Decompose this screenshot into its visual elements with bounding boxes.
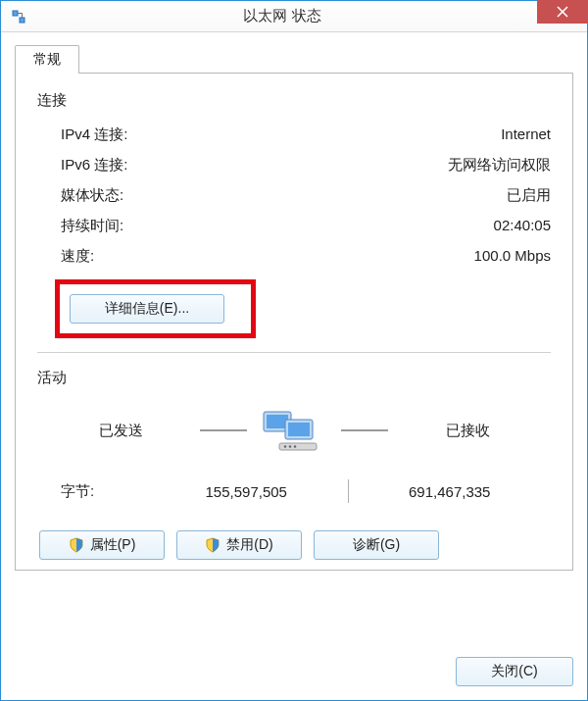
ipv4-label: IPv4 连接:: [61, 125, 127, 144]
details-button-label: 详细信息(E)...: [105, 300, 189, 316]
activity-line-right: [341, 429, 388, 431]
disable-button-label: 禁用(D): [226, 536, 272, 554]
activity-header-row: 已发送: [37, 401, 551, 460]
titlebar: 以太网 状态: [1, 1, 587, 32]
ipv4-value: Internet: [501, 125, 551, 144]
properties-button-label: 属性(P): [90, 536, 136, 554]
activity-section: 活动 已发送: [37, 369, 551, 560]
svg-point-13: [294, 445, 297, 448]
ethernet-icon: [11, 9, 26, 25]
received-label: 已接收: [394, 422, 541, 440]
duration-label: 持续时间:: [61, 217, 123, 235]
ipv6-label: IPv6 连接:: [61, 156, 127, 175]
speed-row: 速度: 100.0 Mbps: [37, 241, 551, 272]
disable-button[interactable]: 禁用(D): [176, 530, 302, 560]
ipv6-row: IPv6 连接: 无网络访问权限: [37, 150, 551, 180]
ipv6-value: 无网络访问权限: [448, 156, 551, 175]
divider: [37, 352, 551, 353]
dialog-content: 常规 连接 IPv4 连接: Internet IPv6 连接: 无网络访问权限…: [1, 32, 587, 645]
network-computers-icon: [253, 401, 335, 460]
duration-row: 持续时间: 02:40:05: [37, 211, 551, 241]
speed-label: 速度:: [61, 247, 94, 266]
shield-icon: [205, 537, 220, 553]
speed-value: 100.0 Mbps: [474, 247, 551, 266]
duration-value: 02:40:05: [494, 217, 551, 235]
activity-line-left: [200, 429, 247, 431]
bytes-sent-value: 155,597,505: [145, 483, 348, 500]
bytes-received-value: 691,467,335: [349, 483, 552, 500]
tab-general[interactable]: 常规: [15, 45, 79, 74]
tab-label: 常规: [33, 51, 61, 67]
details-button-area: 详细信息(E)...: [37, 279, 551, 338]
svg-point-11: [284, 445, 287, 448]
action-buttons-row: 属性(P) 禁用(D) 诊断(G): [37, 530, 551, 560]
close-button-label: 关闭(C): [491, 663, 537, 678]
close-button[interactable]: 关闭(C): [456, 657, 573, 686]
dialog-footer: 关闭(C): [1, 645, 587, 700]
diagnose-button[interactable]: 诊断(G): [314, 530, 439, 560]
details-button[interactable]: 详细信息(E)...: [70, 294, 224, 324]
bytes-label: 字节:: [37, 482, 145, 501]
tab-panel-general: 连接 IPv4 连接: Internet IPv6 连接: 无网络访问权限 媒体…: [15, 73, 573, 571]
activity-section-title: 活动: [37, 369, 551, 387]
properties-button[interactable]: 属性(P): [39, 530, 165, 560]
bytes-row: 字节: 155,597,505 691,467,335: [37, 479, 551, 503]
ethernet-status-dialog: 以太网 状态 常规 连接 IPv4 连接: Internet IPv6 连接: …: [0, 0, 588, 701]
svg-rect-1: [20, 18, 24, 23]
media-label: 媒体状态:: [61, 186, 123, 205]
close-window-button[interactable]: [537, 0, 588, 24]
tabs: 常规: [15, 44, 573, 73]
sent-label: 已发送: [47, 422, 194, 440]
media-value: 已启用: [507, 186, 551, 205]
connection-section-title: 连接: [37, 91, 551, 110]
svg-rect-9: [288, 423, 310, 436]
window-title: 以太网 状态: [26, 7, 587, 25]
close-icon: [557, 6, 568, 18]
diagnose-button-label: 诊断(G): [353, 536, 400, 554]
ipv4-row: IPv4 连接: Internet: [37, 120, 551, 150]
svg-point-12: [289, 445, 292, 448]
highlight-annotation: 详细信息(E)...: [55, 279, 256, 338]
svg-rect-0: [13, 11, 18, 16]
shield-icon: [69, 537, 84, 553]
media-state-row: 媒体状态: 已启用: [37, 180, 551, 211]
